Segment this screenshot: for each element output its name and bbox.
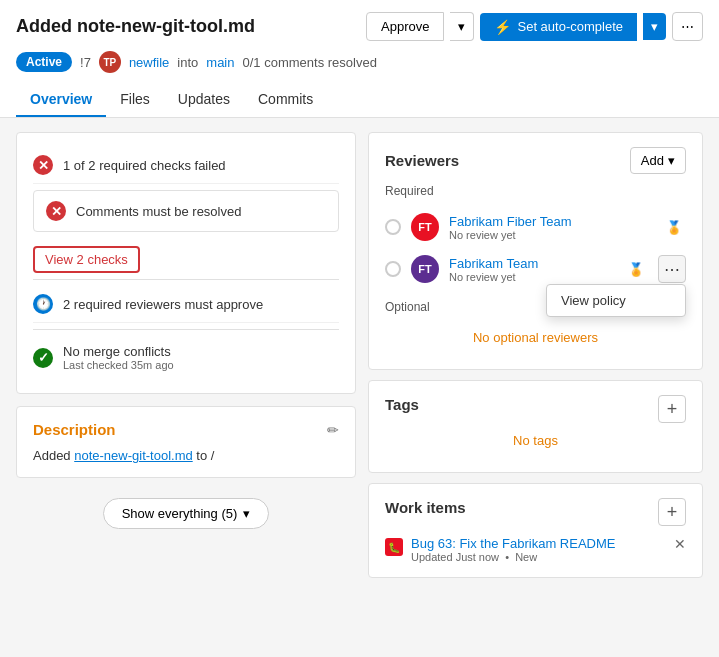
pr-number: !7 (80, 55, 91, 70)
work-item-meta-1: Updated Just now • New (411, 551, 615, 563)
reviewers-header: Reviewers Add ▾ (385, 147, 686, 174)
tab-updates[interactable]: Updates (164, 83, 244, 117)
approve-button[interactable]: Approve (366, 12, 444, 41)
view-policy-menu-item[interactable]: View policy (547, 285, 685, 316)
checks-card: ✕ 1 of 2 required checks failed ✕ Commen… (16, 132, 356, 394)
bug-icon: 🐛 (385, 538, 403, 556)
show-everything-container: Show everything (5) ▾ (16, 498, 356, 529)
comments-check-label: Comments must be resolved (76, 204, 241, 219)
no-conflict-item: ✓ No merge conflicts Last checked 35m ag… (33, 336, 339, 379)
reviewer-badge-icon-1: 🏅 (662, 215, 686, 239)
reviewer-info-1: Fabrikam Fiber Team No review yet (449, 214, 652, 241)
tab-overview[interactable]: Overview (16, 83, 106, 117)
description-text: Added note-new-git-tool.md to / (33, 448, 339, 463)
tags-header: Tags + (385, 395, 686, 423)
reviewer-item-2: FT Fabrikam Team No review yet 🏅 ⋯ View … (385, 248, 686, 290)
context-menu: View policy (546, 284, 686, 317)
target-branch-link[interactable]: main (206, 55, 234, 70)
more-button[interactable]: ⋯ (672, 12, 703, 41)
left-panel: ✕ 1 of 2 required checks failed ✕ Commen… (16, 132, 356, 588)
tab-commits[interactable]: Commits (244, 83, 327, 117)
reviewers-title: Reviewers (385, 152, 459, 169)
reviewer-status-2: No review yet (449, 271, 614, 283)
reviewer-item-1: FT Fabrikam Fiber Team No review yet 🏅 (385, 206, 686, 248)
chevron-down-show-icon: ▾ (243, 506, 250, 521)
work-items-title: Work items (385, 499, 466, 516)
reviewer-info-2: Fabrikam Team No review yet (449, 256, 614, 283)
header-actions: Approve ▾ ⚡ Set auto-complete ▾ ⋯ (366, 12, 703, 41)
reviewer-status-1: No review yet (449, 229, 652, 241)
work-item-1: 🐛 Bug 63: Fix the Fabrikam README Update… (385, 536, 686, 563)
show-everything-label: Show everything (5) (122, 506, 238, 521)
desc-suffix: to / (193, 448, 215, 463)
work-items-header: Work items + (385, 498, 686, 526)
no-optional-reviewers: No optional reviewers (385, 320, 686, 355)
chevron-down-icon: ▾ (458, 19, 465, 34)
reviewer-avatar-1: FT (411, 213, 439, 241)
branch-link[interactable]: newfile (129, 55, 169, 70)
add-work-item-button[interactable]: + (658, 498, 686, 526)
tab-files[interactable]: Files (106, 83, 164, 117)
page-header: Added note-new-git-tool.md Approve ▾ ⚡ S… (0, 0, 719, 118)
tags-title: Tags (385, 396, 419, 413)
view-checks-button[interactable]: View 2 checks (33, 246, 140, 273)
no-conflict-sub: Last checked 35m ago (63, 359, 174, 371)
into-text: into (177, 55, 198, 70)
approve-caret-button[interactable]: ▾ (450, 12, 474, 41)
no-conflict-label: No merge conflicts (63, 344, 174, 359)
reviewer-radio-1 (385, 219, 401, 235)
tabs: Overview Files Updates Commits (16, 83, 703, 117)
main-check-label: 1 of 2 required checks failed (63, 158, 226, 173)
reviewer-radio-2 (385, 261, 401, 277)
desc-prefix: Added (33, 448, 74, 463)
remove-work-item-icon[interactable]: ✕ (674, 536, 686, 552)
active-badge: Active (16, 52, 72, 72)
comments-resolved: 0/1 comments resolved (243, 55, 377, 70)
required-label: Required (385, 184, 686, 198)
reviewer-name-1: Fabrikam Fiber Team (449, 214, 652, 229)
add-reviewer-label: Add (641, 153, 664, 168)
desc-link[interactable]: note-new-git-tool.md (74, 448, 193, 463)
autocomplete-caret-button[interactable]: ▾ (643, 13, 666, 40)
main-content: ✕ 1 of 2 required checks failed ✕ Commen… (0, 118, 719, 602)
add-tag-button[interactable]: + (658, 395, 686, 423)
work-item-title-1[interactable]: Bug 63: Fix the Fabrikam README (411, 536, 615, 551)
pr-meta: Active !7 TP newfile into main 0/1 comme… (16, 51, 703, 73)
comments-check-item: ✕ Comments must be resolved (33, 190, 339, 232)
reviewers-check-item: 🕐 2 required reviewers must approve (33, 286, 339, 323)
no-tags-label: No tags (385, 423, 686, 458)
work-item-left-1: 🐛 Bug 63: Fix the Fabrikam README Update… (385, 536, 615, 563)
success-icon: ✓ (33, 348, 53, 368)
reviewer-badge-icon-2: 🏅 (624, 257, 648, 281)
tags-section: Tags + No tags (368, 380, 703, 473)
reviewer-name-2: Fabrikam Team (449, 256, 614, 271)
reviewers-section: Reviewers Add ▾ Required FT Fabrikam Fib… (368, 132, 703, 370)
error-icon: ✕ (33, 155, 53, 175)
pr-title: Added note-new-git-tool.md (16, 16, 255, 37)
reviewer-avatar-2: FT (411, 255, 439, 283)
description-header: Description ✏ (33, 421, 339, 438)
clock-icon: 🕐 (33, 294, 53, 314)
header-top: Added note-new-git-tool.md Approve ▾ ⚡ S… (16, 12, 703, 41)
edit-icon[interactable]: ✏ (327, 422, 339, 438)
ellipsis-icon: ⋯ (681, 19, 694, 34)
comments-error-icon: ✕ (46, 201, 66, 221)
autocomplete-button[interactable]: ⚡ Set auto-complete (480, 13, 637, 41)
right-panel: Reviewers Add ▾ Required FT Fabrikam Fib… (368, 132, 703, 588)
description-title: Description (33, 421, 116, 438)
chevron-down-add-icon: ▾ (668, 153, 675, 168)
description-card: Description ✏ Added note-new-git-tool.md… (16, 406, 356, 478)
add-reviewer-button[interactable]: Add ▾ (630, 147, 686, 174)
chevron-down-icon-autocomplete: ▾ (651, 19, 658, 34)
main-check-item: ✕ 1 of 2 required checks failed (33, 147, 339, 184)
reviewers-check-label: 2 required reviewers must approve (63, 297, 263, 312)
work-item-info-1: Bug 63: Fix the Fabrikam README Updated … (411, 536, 615, 563)
work-items-section: Work items + 🐛 Bug 63: Fix the Fabrikam … (368, 483, 703, 578)
reviewer-more-button-2[interactable]: ⋯ (658, 255, 686, 283)
show-everything-button[interactable]: Show everything (5) ▾ (103, 498, 270, 529)
avatar: TP (99, 51, 121, 73)
autocomplete-icon: ⚡ (494, 19, 511, 35)
